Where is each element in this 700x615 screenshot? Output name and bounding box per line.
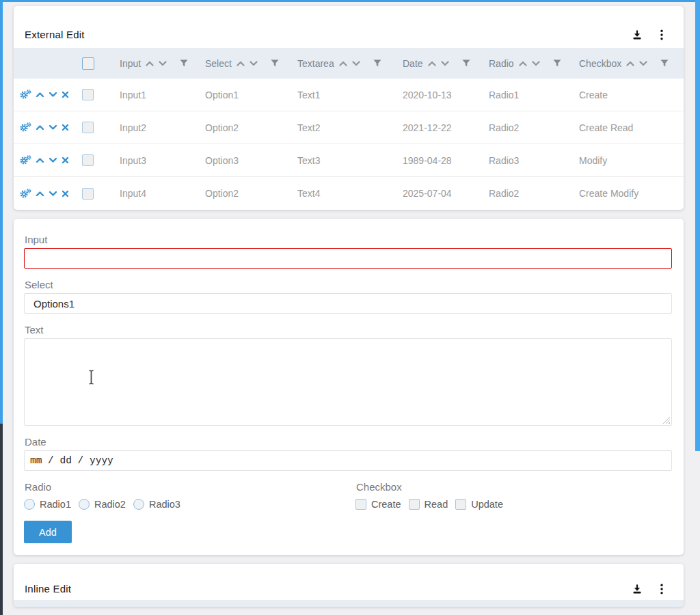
text-area-field[interactable] [24, 338, 672, 426]
radio-icon[interactable] [24, 499, 35, 510]
download-button[interactable] [632, 29, 643, 40]
date-field[interactable]: mm / dd / yyyy [24, 450, 672, 471]
kebab-menu-button[interactable] [660, 29, 663, 40]
row-delete-icon[interactable] [62, 91, 69, 98]
row-move-up-icon[interactable] [36, 191, 44, 197]
sort-down-icon[interactable] [639, 61, 647, 66]
filter-funnel-icon[interactable] [553, 59, 561, 67]
row-checkbox[interactable] [82, 89, 94, 100]
radio-option[interactable]: Radio3 [133, 499, 180, 510]
sort-down-icon[interactable] [352, 61, 360, 66]
radio-section: Radio Radio1 Radio2 Radio3 [24, 471, 355, 510]
cell-date: 2025-07-04 [403, 188, 489, 199]
download-icon [632, 29, 643, 40]
row-move-up-icon[interactable] [36, 92, 44, 98]
filter-funnel-icon[interactable] [373, 59, 381, 67]
cell-checkbox: Create Read [579, 122, 684, 133]
checkbox-option[interactable]: Read [409, 499, 448, 510]
left-scroll-accent [0, 0, 3, 424]
column-header-select: Select [205, 58, 297, 69]
checkbox-section: Checkbox Create Read Update [355, 471, 672, 510]
row-settings-icon[interactable] [19, 189, 31, 199]
input-field[interactable] [24, 248, 672, 269]
checkbox-option[interactable]: Update [455, 499, 503, 510]
radio-option[interactable]: Radio1 [24, 499, 71, 510]
select-field[interactable]: Options1 [24, 293, 672, 314]
sort-up-icon[interactable] [626, 61, 634, 66]
kebab-menu-button[interactable] [660, 584, 663, 594]
table-row: Input2 Option2 Text2 2021-12-22 Radio2 C… [14, 111, 684, 144]
row-settings-icon[interactable] [19, 155, 31, 165]
table-row: Input1 Option1 Text1 2020-10-13 Radio1 C… [14, 79, 684, 111]
external-edit-card: External Edit Input [14, 6, 684, 210]
radio-icon[interactable] [133, 499, 144, 510]
row-move-up-icon[interactable] [36, 124, 44, 131]
left-panel-edge [0, 424, 3, 615]
sort-down-icon[interactable] [441, 61, 449, 66]
row-delete-icon[interactable] [62, 190, 69, 197]
sort-up-icon[interactable] [339, 61, 347, 66]
select-label: Select [25, 279, 672, 290]
sort-up-icon[interactable] [428, 61, 436, 66]
row-checkbox[interactable] [82, 122, 94, 133]
sort-up-icon[interactable] [146, 61, 154, 66]
column-header-checkbox: Checkbox [579, 58, 684, 69]
sort-down-icon[interactable] [250, 61, 258, 66]
row-checkbox[interactable] [82, 188, 94, 200]
cell-select: Option2 [205, 122, 297, 133]
add-button[interactable]: Add [24, 521, 72, 543]
cell-input: Input3 [120, 155, 205, 166]
sort-down-icon[interactable] [159, 61, 167, 66]
filter-funnel-icon[interactable] [660, 59, 669, 67]
inline-table-header-sliver [14, 600, 684, 607]
row-settings-icon[interactable] [19, 90, 31, 100]
cell-date: 2021-12-22 [403, 122, 489, 133]
card-title: Inline Edit [25, 583, 71, 594]
download-icon [632, 584, 643, 594]
row-delete-icon[interactable] [62, 124, 69, 131]
checkbox-icon[interactable] [409, 499, 420, 510]
cell-radio: Radio1 [489, 90, 579, 100]
cell-select: Option2 [205, 188, 297, 199]
cell-date: 1989-04-28 [403, 155, 489, 166]
download-button[interactable] [632, 584, 643, 594]
table-row: Input3 Option3 Text3 1989-04-28 Radio3 M… [14, 144, 684, 177]
input-label: Input [25, 234, 672, 245]
checkbox-icon[interactable] [355, 499, 366, 510]
filter-funnel-icon[interactable] [462, 59, 470, 67]
date-label: Date [25, 436, 672, 448]
row-move-down-icon[interactable] [49, 92, 57, 98]
date-placeholder: mm / dd / yyyy [30, 455, 113, 466]
cell-textarea: Text1 [297, 90, 403, 100]
cell-textarea: Text3 [297, 155, 403, 166]
vertical-scrollbar-thumb[interactable] [695, 0, 700, 451]
radio-icon[interactable] [79, 499, 90, 510]
sort-down-icon[interactable] [532, 61, 540, 66]
cell-checkbox: Modify [579, 155, 684, 166]
row-checkbox[interactable] [82, 154, 94, 166]
cell-radio: Radio2 [489, 188, 579, 199]
checkbox-option[interactable]: Create [355, 499, 401, 510]
cell-select: Option3 [205, 155, 297, 166]
sort-up-icon[interactable] [519, 61, 527, 66]
add-form-card: Input Select Options1 Text Date mm / dd … [14, 219, 684, 555]
row-move-up-icon[interactable] [36, 157, 44, 163]
sort-up-icon[interactable] [237, 61, 245, 66]
checkbox-icon[interactable] [455, 499, 466, 510]
radio-option[interactable]: Radio2 [79, 499, 126, 510]
row-delete-icon[interactable] [62, 156, 69, 164]
text-label: Text [25, 324, 672, 336]
select-all-checkbox[interactable] [82, 57, 94, 70]
row-settings-icon[interactable] [19, 122, 31, 133]
cell-textarea: Text4 [297, 188, 403, 199]
row-move-down-icon[interactable] [49, 157, 57, 163]
row-move-down-icon[interactable] [49, 124, 57, 131]
row-move-down-icon[interactable] [49, 191, 57, 197]
cell-checkbox: Create Modify [579, 188, 684, 199]
filter-funnel-icon[interactable] [180, 59, 188, 67]
table-header-row: Input Select Textarea Date Radio [14, 48, 684, 79]
column-header-date: Date [403, 58, 489, 69]
filter-funnel-icon[interactable] [271, 59, 279, 67]
radio-group-label: Radio [25, 481, 355, 493]
checkbox-group-label: Checkbox [356, 481, 672, 493]
